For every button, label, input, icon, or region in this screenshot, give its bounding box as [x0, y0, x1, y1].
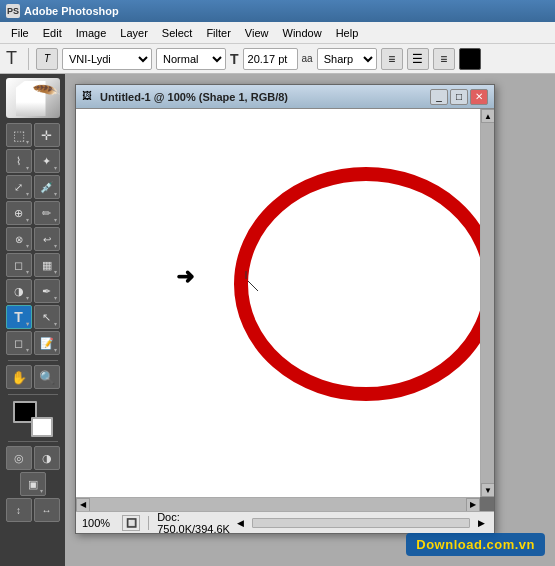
menu-image[interactable]: Image: [69, 25, 114, 41]
menu-select[interactable]: Select: [155, 25, 200, 41]
scroll-left-btn[interactable]: ◀: [76, 498, 90, 512]
document-icon: 🖼: [82, 90, 96, 104]
tool-row-4: ⊕▾ ✏▾: [6, 201, 60, 225]
app-title-bar: PS Adobe Photoshop: [0, 0, 555, 22]
screen-mode[interactable]: ▣▾: [20, 472, 46, 496]
menu-filter[interactable]: Filter: [199, 25, 237, 41]
eraser-tool[interactable]: ◻▾: [6, 253, 32, 277]
eyedropper-tool[interactable]: 💉▾: [34, 175, 60, 199]
vertical-scrollbar[interactable]: ▲ ▼: [480, 109, 494, 497]
watermark-text: Download: [416, 537, 482, 552]
tool-divider-3: [8, 441, 58, 442]
canvas-drawing[interactable]: ➜: [76, 109, 480, 497]
history-brush-tool[interactable]: ↩▾: [34, 227, 60, 251]
scroll-right-btn[interactable]: ▶: [466, 498, 480, 512]
zoom-controls[interactable]: 🔲: [122, 515, 140, 531]
marquee-tool[interactable]: ⬚▾: [6, 123, 32, 147]
ps-document-window: 🖼 Untitled-1 @ 100% (Shape 1, RGB/8) _ □…: [75, 84, 495, 534]
scroll-track-h: [90, 498, 466, 511]
red-circle-shape: [241, 174, 480, 394]
tool-divider: [8, 360, 58, 361]
clone-tool[interactable]: ⊗▾: [6, 227, 32, 251]
pen-tool[interactable]: ✒▾: [34, 279, 60, 303]
font-style-btn[interactable]: T: [36, 48, 58, 70]
tool-row-7: ◑▾ ✒▾: [6, 279, 60, 303]
hand-tool[interactable]: ✋: [6, 365, 32, 389]
shape-tool[interactable]: ◻▾: [6, 331, 32, 355]
tool-divider-2: [8, 394, 58, 395]
brush-tool[interactable]: ✏▾: [34, 201, 60, 225]
scroll-track-status[interactable]: [252, 518, 470, 528]
font-style-select[interactable]: Normal: [156, 48, 226, 70]
main-area: 🪶 ⬚▾ ✛ ⌇▾ ✦▾ ⤢▾ 💉▾ ⊕▾ ✏▾ ⊗▾ ↩▾ ◻▾ ▦▾ ◑▾: [0, 74, 555, 566]
tool-row-extra: ↕ ↔: [6, 498, 60, 522]
menu-help[interactable]: Help: [329, 25, 366, 41]
scroll-right-status[interactable]: ▶: [474, 516, 488, 530]
options-sep-1: [28, 48, 29, 70]
align-left-btn[interactable]: ≡: [381, 48, 403, 70]
scroll-up-btn[interactable]: ▲: [481, 109, 494, 123]
feather-icon: 🪶: [31, 78, 59, 106]
tool-row-10: ✋ 🔍: [6, 365, 60, 389]
scroll-left-status[interactable]: ◀: [234, 516, 248, 530]
ps-logo: 🪶: [6, 78, 60, 118]
quickmask-mode[interactable]: ◑: [34, 446, 60, 470]
antialiasing-select[interactable]: Sharp: [317, 48, 377, 70]
text-tool[interactable]: T▾: [6, 305, 32, 329]
magic-wand-tool[interactable]: ✦▾: [34, 149, 60, 173]
path-select-tool[interactable]: ↖▾: [34, 305, 60, 329]
toolbox: 🪶 ⬚▾ ✛ ⌇▾ ✦▾ ⤢▾ 💉▾ ⊕▾ ✏▾ ⊗▾ ↩▾ ◻▾ ▦▾ ◑▾: [0, 74, 65, 566]
watermark-suffix: .com.vn: [482, 537, 535, 552]
text-tool-icon: T: [6, 48, 17, 69]
text-color-btn[interactable]: [459, 48, 481, 70]
aa-label: aa: [302, 53, 313, 64]
document-title: Untitled-1 @ 100% (Shape 1, RGB/8): [100, 91, 430, 103]
spot-heal-tool[interactable]: ⊕▾: [6, 201, 32, 225]
canvas-viewport[interactable]: ➜ ▲ ▼: [76, 109, 494, 511]
tool-row-8: T▾ ↖▾: [6, 305, 60, 329]
crop-tool[interactable]: ⤢▾: [6, 175, 32, 199]
standard-mode[interactable]: ◎: [6, 446, 32, 470]
zoom-tool[interactable]: 🔍: [34, 365, 60, 389]
size-icon: T: [230, 51, 239, 67]
status-sep: [148, 516, 149, 530]
align-right-btn[interactable]: ≡: [433, 48, 455, 70]
tool-row-5: ⊗▾ ↩▾: [6, 227, 60, 251]
menu-layer[interactable]: Layer: [113, 25, 155, 41]
close-button[interactable]: ✕: [470, 89, 488, 105]
move-tool[interactable]: ✛: [34, 123, 60, 147]
tool-row-1: ⬚▾ ✛: [6, 123, 60, 147]
dodge-tool[interactable]: ◑▾: [6, 279, 32, 303]
menu-file[interactable]: File: [4, 25, 36, 41]
horizontal-scrollbar[interactable]: ◀ ▶: [76, 497, 480, 511]
scroll-down-btn[interactable]: ▼: [481, 483, 494, 497]
canvas-area: 🖼 Untitled-1 @ 100% (Shape 1, RGB/8) _ □…: [65, 74, 555, 566]
menu-window[interactable]: Window: [276, 25, 329, 41]
zoom-level: 100%: [82, 517, 110, 529]
lasso-tool[interactable]: ⌇▾: [6, 149, 32, 173]
font-family-select[interactable]: VNI-Lydi: [62, 48, 152, 70]
gradient-tool[interactable]: ▦▾: [34, 253, 60, 277]
watermark: Download.com.vn: [406, 533, 545, 556]
tool-row-screen: ▣▾: [20, 472, 46, 496]
menu-bar: File Edit Image Layer Select Filter View…: [0, 22, 555, 44]
app-icon: PS: [6, 4, 20, 18]
document-titlebar: 🖼 Untitled-1 @ 100% (Shape 1, RGB/8) _ □…: [76, 85, 494, 109]
options-bar: T T VNI-Lydi Normal T aa Sharp ≡ ☰ ≡: [0, 44, 555, 74]
window-controls: _ □ ✕: [430, 89, 488, 105]
minimize-button[interactable]: _: [430, 89, 448, 105]
align-center-btn[interactable]: ☰: [407, 48, 429, 70]
extra-btn-2[interactable]: ↔: [34, 498, 60, 522]
color-swatch[interactable]: [13, 401, 53, 437]
font-size-input[interactable]: [243, 48, 298, 70]
doc-size-info: Doc: 750.0K/394.6K: [157, 511, 230, 535]
menu-view[interactable]: View: [238, 25, 276, 41]
app-title: Adobe Photoshop: [24, 5, 119, 17]
maximize-button[interactable]: □: [450, 89, 468, 105]
extra-btn-1[interactable]: ↕: [6, 498, 32, 522]
background-color[interactable]: [31, 417, 53, 437]
scroll-thumb-v[interactable]: [481, 123, 494, 483]
notes-tool[interactable]: 📝▾: [34, 331, 60, 355]
menu-edit[interactable]: Edit: [36, 25, 69, 41]
tool-row-3: ⤢▾ 💉▾: [6, 175, 60, 199]
